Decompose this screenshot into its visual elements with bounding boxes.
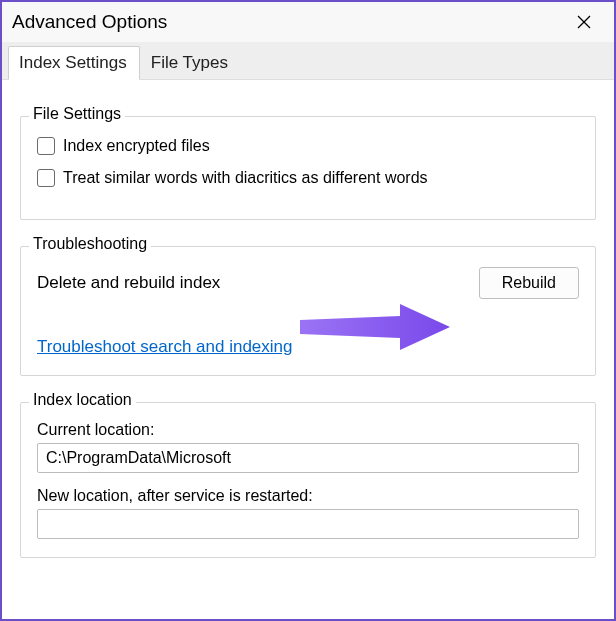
checkbox-label-encrypted: Index encrypted files <box>63 137 210 155</box>
group-title-file-settings: File Settings <box>29 105 125 123</box>
input-new-location[interactable] <box>37 509 579 539</box>
rebuild-button[interactable]: Rebuild <box>479 267 579 299</box>
close-icon <box>577 15 591 29</box>
label-new-location: New location, after service is restarted… <box>37 487 579 505</box>
tab-file-types[interactable]: File Types <box>140 46 241 80</box>
checkbox-label-diacritics: Treat similar words with diacritics as d… <box>63 169 428 187</box>
tab-index-settings[interactable]: Index Settings <box>8 46 140 80</box>
label-current-location: Current location: <box>37 421 579 439</box>
group-title-troubleshooting: Troubleshooting <box>29 235 151 253</box>
titlebar: Advanced Options <box>2 2 614 42</box>
group-index-location: Index location Current location: New loc… <box>20 402 596 558</box>
tab-strip: Index Settings File Types <box>2 42 614 80</box>
input-current-location[interactable] <box>37 443 579 473</box>
checkbox-icon <box>37 169 55 187</box>
checkbox-index-encrypted[interactable]: Index encrypted files <box>37 137 579 155</box>
group-troubleshooting: Troubleshooting Delete and rebuild index… <box>20 246 596 376</box>
dialog-window: Advanced Options Index Settings File Typ… <box>0 0 616 621</box>
close-button[interactable] <box>564 2 604 42</box>
group-file-settings: File Settings Index encrypted files Trea… <box>20 116 596 220</box>
troubleshoot-link[interactable]: Troubleshoot search and indexing <box>37 337 292 356</box>
tab-content: File Settings Index encrypted files Trea… <box>2 80 614 568</box>
window-title: Advanced Options <box>12 11 564 33</box>
group-title-index-location: Index location <box>29 391 136 409</box>
label-delete-rebuild: Delete and rebuild index <box>37 273 220 293</box>
row-troubleshoot-link: Troubleshoot search and indexing <box>37 337 579 357</box>
checkbox-diacritics[interactable]: Treat similar words with diacritics as d… <box>37 169 579 187</box>
row-delete-rebuild: Delete and rebuild index Rebuild <box>37 267 579 299</box>
checkbox-icon <box>37 137 55 155</box>
